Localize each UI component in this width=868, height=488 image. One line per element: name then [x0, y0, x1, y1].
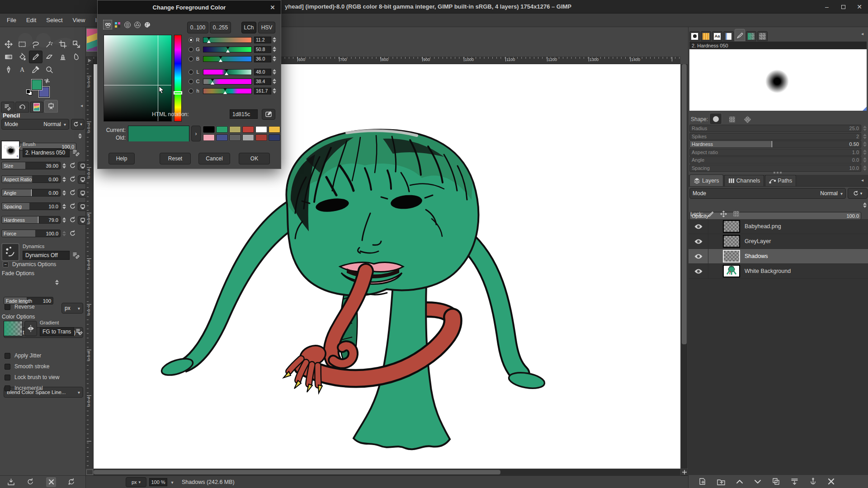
history-swatch[interactable] [229, 134, 241, 141]
channel-slider-G[interactable] [203, 47, 252, 52]
ruler-corner[interactable] [86, 56, 94, 64]
checkbox-row-lock-brush-to-view[interactable]: Lock brush to view [5, 374, 59, 380]
tab-palette-selector[interactable] [143, 20, 152, 29]
tab-document-history[interactable] [723, 31, 734, 41]
paint-mode-dropdown[interactable]: Mode Normal ▾ [1, 119, 69, 130]
color-picker-button[interactable] [262, 109, 275, 120]
tool-clone[interactable] [56, 51, 70, 63]
reverse-checkbox-row[interactable]: Reverse [5, 304, 35, 310]
layer-row-white-background[interactable]: White Background [689, 264, 868, 279]
channel-value-h[interactable]: 161.7 [254, 88, 271, 94]
channel-radio-G[interactable] [189, 47, 193, 52]
reverse-checkbox[interactable] [5, 304, 10, 310]
tool-gradient[interactable] [2, 51, 15, 63]
tab-gimp-selector[interactable] [103, 20, 112, 29]
lower-layer-icon[interactable] [754, 479, 761, 484]
spinner[interactable] [862, 125, 868, 132]
checkbox[interactable] [5, 375, 10, 380]
brush-name-box[interactable]: 2. Hardness 050 [23, 148, 70, 157]
channel-slider-B[interactable] [203, 56, 252, 62]
layer-mode-reset-button[interactable]: ▾ [848, 188, 868, 199]
edit-gradient-icon[interactable] [75, 328, 84, 335]
channel-value-C[interactable]: 38.4 [254, 78, 271, 85]
option-spinner[interactable] [61, 230, 67, 237]
channel-slider-R[interactable] [203, 37, 252, 43]
tool-eraser[interactable] [42, 51, 56, 63]
channel-spinner-L[interactable] [271, 69, 277, 75]
mode-reset-button[interactable]: ▾ [71, 119, 85, 130]
default-colors-icon[interactable] [26, 89, 30, 94]
dialog-titlebar[interactable]: Change Foreground Color ✕ [98, 0, 281, 14]
brush-editor-slider[interactable]: Radius 25.0 [689, 125, 861, 132]
layer-mode-dropdown[interactable]: Mode Normal ▾ [689, 188, 846, 199]
fade-length-slider[interactable]: Fade length 100 [4, 297, 53, 305]
dynamics-options-expander[interactable]: − Dynamics Options [3, 261, 56, 267]
channel-value-R[interactable]: 11.2 [254, 37, 271, 43]
horizontal-scrollbar[interactable] [94, 469, 680, 475]
range-0-100-button[interactable]: 0..100 [187, 22, 208, 33]
brush-thumbnail[interactable]: + [1, 141, 19, 159]
cancel-button[interactable]: Cancel [198, 153, 230, 164]
lock-position-icon[interactable] [719, 211, 729, 217]
history-swatch[interactable] [269, 134, 280, 141]
dynamics-thumbnail[interactable] [1, 243, 19, 261]
new-group-icon[interactable] [717, 478, 725, 485]
layer-row-babyhead-png[interactable]: Babyhead.png [689, 219, 868, 234]
gradient-name-box[interactable]: FG to Trans [40, 327, 74, 336]
new-layer-icon[interactable] [698, 478, 706, 485]
shape-square-button[interactable] [726, 113, 738, 125]
history-swatch[interactable] [216, 134, 228, 141]
zoom-dropdown-icon[interactable]: ▾ [168, 477, 176, 487]
fade-unit-dropdown[interactable]: px▾ [61, 303, 83, 314]
spinner[interactable] [862, 133, 868, 140]
restore-tool-preset-icon[interactable] [27, 478, 34, 486]
channel-slider-C[interactable] [203, 79, 252, 84]
history-swatch[interactable] [242, 134, 254, 141]
visibility-eye-icon[interactable] [694, 239, 703, 244]
tool-pencil[interactable] [29, 51, 42, 63]
spinner[interactable] [862, 156, 868, 164]
option-slider[interactable]: Angle 0.00 [1, 189, 61, 197]
duplicate-layer-icon[interactable] [772, 478, 780, 485]
history-swatch[interactable] [203, 134, 215, 141]
menu-edit[interactable]: Edit [21, 14, 41, 26]
channel-radio-B[interactable] [189, 56, 193, 61]
dialog-close-icon[interactable]: ✕ [268, 3, 277, 12]
tab-watercolor-selector[interactable] [123, 20, 132, 29]
option-slider[interactable]: Aspect Ratio 0.00 [1, 175, 61, 183]
reset-button[interactable]: Reset [160, 153, 191, 164]
fade-length-spinner[interactable] [54, 278, 60, 286]
tab-paths[interactable]: Paths [765, 175, 796, 186]
history-swatch[interactable] [216, 126, 228, 133]
option-spinner[interactable] [61, 216, 67, 224]
reset-icon[interactable] [69, 203, 76, 210]
layer-thumbnail[interactable] [723, 265, 740, 277]
tool-ink[interactable] [2, 63, 15, 76]
channel-spinner-B[interactable] [271, 56, 277, 61]
tool-color-picker[interactable] [29, 63, 42, 76]
channel-value-G[interactable]: 50.8 [254, 46, 271, 53]
layer-thumbnail[interactable] [723, 220, 740, 233]
resize-handle[interactable] [863, 107, 867, 111]
checkbox-row-smooth-stroke[interactable]: Smooth stroke [5, 363, 49, 370]
channel-radio-R[interactable] [189, 38, 193, 42]
merge-down-icon[interactable] [791, 478, 798, 485]
maximize-button[interactable] [837, 1, 849, 12]
tab-layers[interactable]: Layers [689, 174, 723, 186]
gradient-thumbnail[interactable] [4, 321, 23, 336]
channel-radio-h[interactable] [189, 89, 193, 94]
tool-text[interactable]: A [15, 63, 29, 76]
channel-slider-h[interactable] [203, 88, 252, 94]
tab-brushes[interactable] [689, 31, 700, 41]
tool-crop[interactable] [56, 38, 70, 51]
tab-image-thumbnail[interactable] [30, 102, 43, 113]
tool-zoom[interactable] [42, 63, 56, 76]
reset-icon[interactable] [69, 176, 76, 183]
brush-editor-slider[interactable]: Hardness 0.50 [689, 141, 861, 148]
help-button[interactable]: Help [108, 153, 135, 164]
brush-editor-slider[interactable]: Angle 0.0 [689, 156, 861, 164]
checkbox-row-apply-jitter[interactable]: Apply Jitter [5, 352, 41, 359]
option-slider[interactable]: Force 100.0 [1, 230, 61, 237]
history-swatch[interactable] [255, 126, 267, 133]
tool-free-select[interactable] [29, 38, 42, 51]
